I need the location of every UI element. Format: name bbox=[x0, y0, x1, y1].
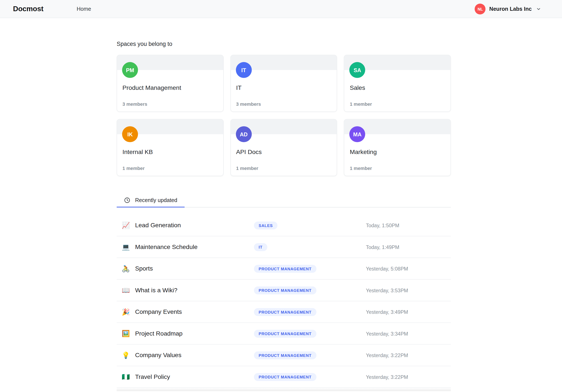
space-member-count: 3 members bbox=[122, 101, 223, 107]
workspace-switcher[interactable]: NL Neuron Labs Inc bbox=[475, 3, 541, 14]
framed-picture-icon: 🖼️ bbox=[122, 330, 135, 337]
page-row-sports[interactable]: 🚴 Sports PRODUCT MANAGEMENT Yesterday, 5… bbox=[117, 258, 451, 280]
page-title: Company Values bbox=[135, 351, 254, 359]
nav-home[interactable]: Home bbox=[77, 6, 91, 12]
tab-bar: Recently updated bbox=[117, 193, 451, 207]
space-avatar: AD bbox=[236, 126, 252, 142]
updated-time: Today, 1:49PM bbox=[366, 244, 451, 250]
space-avatar: MA bbox=[349, 126, 365, 142]
space-name: API Docs bbox=[236, 149, 337, 156]
space-name: Sales bbox=[350, 84, 451, 92]
page-row-what-is-a-wiki[interactable]: 📖 What is a Wiki? PRODUCT MANAGEMENT Yes… bbox=[117, 280, 451, 301]
space-card-sales[interactable]: SA Sales 1 member bbox=[344, 55, 451, 112]
space-member-count: 3 members bbox=[236, 101, 337, 107]
space-badge[interactable]: PRODUCT MANAGEMENT bbox=[254, 308, 316, 316]
spaces-heading: Spaces you belong to bbox=[117, 41, 451, 47]
clock-icon bbox=[124, 197, 130, 203]
space-badge[interactable]: PRODUCT MANAGEMENT bbox=[254, 373, 316, 381]
page-row-maintenance-schedule[interactable]: 💻 Maintenance Schedule IT Today, 1:49PM bbox=[117, 236, 451, 258]
app-window: Docmost Home NL Neuron Labs Inc Spaces y… bbox=[0, 0, 562, 392]
top-bar: Docmost Home NL Neuron Labs Inc bbox=[0, 0, 562, 18]
space-card-api-docs[interactable]: AD API Docs 1 member bbox=[230, 119, 337, 176]
updated-time: Yesterday, 3:53PM bbox=[366, 287, 451, 293]
workspace-name: Neuron Labs Inc bbox=[489, 6, 532, 12]
space-badge[interactable]: PRODUCT MANAGEMENT bbox=[254, 330, 316, 337]
light-bulb-icon: 💡 bbox=[122, 352, 135, 358]
updated-time: Yesterday, 3:22PM bbox=[366, 352, 451, 358]
space-avatar: IT bbox=[236, 62, 252, 78]
page-row-company-values[interactable]: 💡 Company Values PRODUCT MANAGEMENT Yest… bbox=[117, 345, 451, 366]
app-logo[interactable]: Docmost bbox=[13, 5, 43, 13]
page-title: Lead Generation bbox=[135, 222, 254, 229]
space-card-internal-kb[interactable]: IK Internal KB 1 member bbox=[117, 119, 223, 176]
updated-time: Yesterday, 3:34PM bbox=[366, 331, 451, 336]
open-book-icon: 📖 bbox=[122, 287, 135, 293]
tab-recently-updated[interactable]: Recently updated bbox=[117, 193, 184, 207]
updated-time: Today, 1:50PM bbox=[366, 223, 451, 228]
nigeria-flag-icon: 🇳🇬 bbox=[122, 373, 135, 380]
page-title: Sports bbox=[135, 265, 254, 272]
space-badge[interactable]: IT bbox=[254, 243, 267, 251]
scroll-shadow bbox=[117, 388, 451, 391]
page-row-company-events[interactable]: 🎉 Company Events PRODUCT MANAGEMENT Yest… bbox=[117, 301, 451, 323]
space-avatar: SA bbox=[349, 62, 365, 78]
space-name: Internal KB bbox=[122, 149, 223, 156]
tab-label: Recently updated bbox=[135, 197, 177, 203]
page-title: Company Events bbox=[135, 308, 254, 315]
space-member-count: 1 member bbox=[122, 166, 223, 171]
space-member-count: 1 member bbox=[350, 166, 451, 171]
laptop-icon: 💻 bbox=[122, 244, 135, 250]
workspace-avatar: NL bbox=[475, 3, 486, 14]
page-row-project-roadmap[interactable]: 🖼️ Project Roadmap PRODUCT MANAGEMENT Ye… bbox=[117, 323, 451, 345]
page-title: Maintenance Schedule bbox=[135, 243, 254, 251]
space-member-count: 1 member bbox=[236, 166, 337, 171]
page-title: What is a Wiki? bbox=[135, 287, 254, 294]
space-badge[interactable]: PRODUCT MANAGEMENT bbox=[254, 265, 316, 273]
page-row-lead-generation[interactable]: 📈 Lead Generation SALES Today, 1:50PM bbox=[117, 215, 451, 236]
space-name: Marketing bbox=[350, 149, 451, 156]
person-biking-icon: 🚴 bbox=[122, 265, 135, 272]
space-badge[interactable]: PRODUCT MANAGEMENT bbox=[254, 286, 316, 294]
updated-time: Yesterday, 5:08PM bbox=[366, 266, 451, 272]
page-title: Project Roadmap bbox=[135, 330, 254, 337]
space-name: IT bbox=[236, 84, 337, 92]
space-avatar: PM bbox=[122, 62, 138, 78]
spaces-grid: PM Product Management 3 members IT IT 3 … bbox=[117, 55, 451, 176]
chevron-down-icon bbox=[536, 6, 541, 11]
home-content: Spaces you belong to PM Product Manageme… bbox=[117, 18, 451, 391]
space-card-it[interactable]: IT IT 3 members bbox=[230, 55, 337, 112]
party-popper-icon: 🎉 bbox=[122, 309, 135, 315]
updated-time: Yesterday, 3:22PM bbox=[366, 374, 451, 380]
space-badge[interactable]: SALES bbox=[254, 221, 278, 229]
space-avatar: IK bbox=[122, 126, 138, 142]
space-name: Product Management bbox=[122, 84, 223, 92]
space-member-count: 1 member bbox=[350, 101, 451, 107]
space-card-marketing[interactable]: MA Marketing 1 member bbox=[344, 119, 451, 176]
page-title: Travel Policy bbox=[135, 373, 254, 381]
space-card-product-management[interactable]: PM Product Management 3 members bbox=[117, 55, 223, 112]
recently-updated-list: 📈 Lead Generation SALES Today, 1:50PM 💻 … bbox=[117, 215, 451, 388]
updated-time: Yesterday, 3:49PM bbox=[366, 309, 451, 315]
space-badge[interactable]: PRODUCT MANAGEMENT bbox=[254, 351, 316, 359]
chart-increasing-icon: 📈 bbox=[122, 222, 135, 228]
page-row-travel-policy[interactable]: 🇳🇬 Travel Policy PRODUCT MANAGEMENT Yest… bbox=[117, 366, 451, 388]
